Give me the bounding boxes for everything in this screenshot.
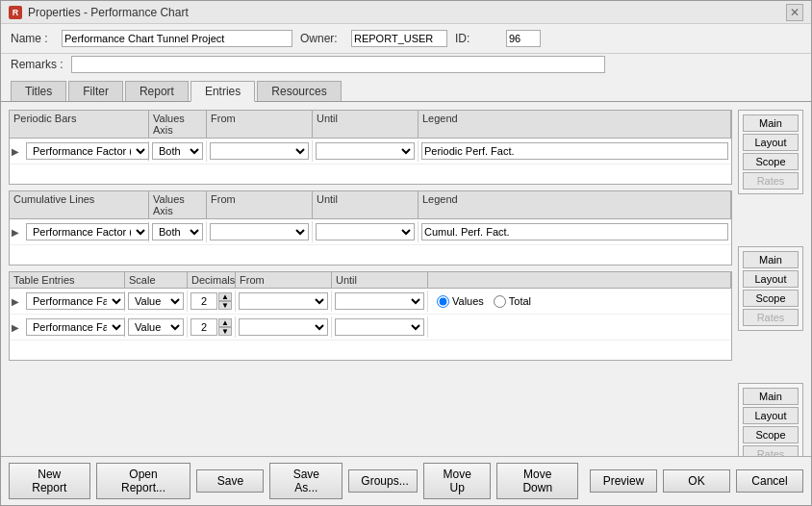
table-decimals-input-1[interactable] bbox=[190, 318, 217, 336]
table-decimals-input-0[interactable] bbox=[190, 292, 217, 310]
periodic-main-btn[interactable]: Main bbox=[743, 114, 799, 132]
periodic-values-axis-select[interactable]: Both bbox=[152, 142, 203, 160]
tab-entries[interactable]: Entries bbox=[190, 81, 255, 102]
save-button[interactable]: Save bbox=[196, 469, 264, 493]
table-spinner-up-0[interactable]: ▲ bbox=[218, 292, 232, 301]
table-spinner-down-1[interactable]: ▼ bbox=[218, 327, 232, 336]
table-rates-btn: Rates bbox=[743, 445, 799, 456]
table-spinner-up-1[interactable]: ▲ bbox=[218, 318, 232, 327]
radio-total-label[interactable]: Total bbox=[494, 295, 531, 308]
tab-titles[interactable]: Titles bbox=[11, 81, 66, 101]
tab-report[interactable]: Report bbox=[125, 81, 189, 101]
cumul-name-select[interactable]: Performance Factor ( bbox=[26, 223, 149, 240]
table-radio-cell-0: Values Total bbox=[428, 291, 731, 312]
close-button[interactable]: ✕ bbox=[786, 4, 803, 21]
table-scale-header: Scale bbox=[125, 272, 188, 288]
periodic-layout-btn[interactable]: Layout bbox=[743, 134, 799, 151]
periodic-rates-btn: Rates bbox=[743, 172, 799, 190]
table-until-select-1[interactable] bbox=[335, 318, 424, 336]
cumul-row-arrow[interactable]: ▶ bbox=[10, 227, 23, 238]
table-from-select-1[interactable] bbox=[239, 318, 328, 336]
table-main-btn[interactable]: Main bbox=[743, 388, 799, 405]
table-scale-cell-0: Value bbox=[125, 291, 188, 312]
side-panel: Main Layout Scope Rates Main Layout Scop… bbox=[738, 110, 803, 448]
app-icon: R bbox=[9, 6, 22, 19]
periodic-from-select[interactable] bbox=[210, 142, 309, 160]
table-scale-cell-1: Value bbox=[125, 316, 188, 338]
table-spinner-btns-1: ▲ ▼ bbox=[218, 318, 232, 336]
radio-values-label[interactable]: Values bbox=[437, 295, 484, 308]
form-name-row: Name : Owner: ID: bbox=[1, 24, 811, 54]
cumul-name-cell: Performance Factor ( bbox=[23, 221, 149, 242]
cumul-until-select[interactable] bbox=[316, 223, 415, 240]
radio-values-input[interactable] bbox=[437, 295, 449, 308]
cumul-from-header: From bbox=[207, 191, 313, 218]
cumul-layout-btn[interactable]: Layout bbox=[743, 270, 799, 288]
remarks-input[interactable] bbox=[71, 56, 605, 73]
cumul-scope-btn[interactable]: Scope bbox=[743, 290, 799, 307]
table-entries-header: Table Entries Scale Decimals From Until bbox=[10, 272, 731, 289]
groups-button[interactable]: Groups... bbox=[348, 469, 418, 493]
periodic-bars-col-title: Periodic Bars bbox=[10, 111, 149, 138]
main-window: R Properties - Performance Chart ✕ Name … bbox=[0, 0, 812, 506]
table-scale-select-0[interactable]: Value bbox=[128, 292, 184, 310]
cumul-title: Cumulative Lines bbox=[10, 191, 149, 218]
periodic-until-select[interactable] bbox=[316, 142, 415, 160]
main-content: Periodic Bars Values Axis From Until Leg… bbox=[9, 110, 732, 448]
cumul-values-axis-header: Values Axis bbox=[149, 191, 207, 218]
table-scale-select-1[interactable]: Value bbox=[128, 318, 184, 336]
cumul-values-axis-select[interactable]: Both bbox=[152, 223, 203, 240]
table-row-arrow-0[interactable]: ▶ bbox=[10, 296, 23, 307]
cumul-main-btn[interactable]: Main bbox=[743, 251, 799, 268]
preview-button[interactable]: Preview bbox=[590, 469, 657, 493]
table-until-header: Until bbox=[332, 272, 428, 288]
tab-resources[interactable]: Resources bbox=[257, 81, 341, 101]
table-decimals-cell-1: ▲ ▼ bbox=[188, 316, 236, 338]
open-report-button[interactable]: Open Report... bbox=[96, 463, 191, 499]
ok-button[interactable]: OK bbox=[663, 469, 730, 493]
table-name-select-0[interactable]: Performance Factor ( bbox=[26, 292, 125, 310]
cumulative-lines-panel: Cumulative Lines Values Axis From Until … bbox=[9, 190, 732, 266]
id-input[interactable] bbox=[506, 30, 541, 47]
table-layout-btn[interactable]: Layout bbox=[743, 407, 799, 424]
table-until-cell-0 bbox=[332, 291, 428, 312]
move-up-button[interactable]: Move Up bbox=[423, 463, 491, 499]
title-bar-left: R Properties - Performance Chart bbox=[9, 6, 189, 19]
table-row-1: ▶ Performance Factor ( Value bbox=[10, 315, 731, 341]
owner-input[interactable] bbox=[351, 30, 447, 47]
table-row-arrow-1[interactable]: ▶ bbox=[10, 322, 23, 333]
periodic-scope-btn[interactable]: Scope bbox=[743, 153, 799, 170]
periodic-legend-cell bbox=[419, 140, 731, 162]
name-input[interactable] bbox=[62, 30, 292, 47]
table-from-header: From bbox=[236, 272, 332, 288]
table-scope-btn[interactable]: Scope bbox=[743, 426, 799, 443]
tab-filter[interactable]: Filter bbox=[68, 81, 123, 101]
save-as-button[interactable]: Save As... bbox=[269, 463, 343, 499]
name-label: Name : bbox=[11, 32, 54, 45]
periodic-legend-input[interactable] bbox=[421, 142, 728, 160]
periodic-row-0: ▶ Performance Factor ( Both bbox=[10, 139, 731, 164]
table-until-select-0[interactable] bbox=[335, 292, 424, 310]
cancel-button[interactable]: Cancel bbox=[736, 469, 803, 493]
move-down-button[interactable]: Move Down bbox=[496, 463, 578, 499]
table-name-select-1[interactable]: Performance Factor ( bbox=[26, 318, 125, 336]
periodic-until-cell bbox=[313, 140, 419, 162]
cumul-legend-input[interactable] bbox=[421, 223, 728, 240]
radio-group-0: Values Total bbox=[431, 295, 537, 308]
table-spinner-down-0[interactable]: ▼ bbox=[218, 301, 232, 310]
periodic-row-arrow[interactable]: ▶ bbox=[10, 146, 23, 157]
periodic-side-section: Main Layout Scope Rates bbox=[738, 110, 803, 194]
radio-total-input[interactable] bbox=[494, 295, 506, 308]
periodic-bars-header: Periodic Bars Values Axis From Until Leg… bbox=[10, 111, 731, 139]
new-report-button[interactable]: New Report bbox=[9, 463, 90, 499]
periodic-from-cell bbox=[207, 140, 313, 162]
table-radio-header bbox=[428, 272, 731, 288]
table-decimals-cell-0: ▲ ▼ bbox=[188, 291, 236, 312]
tabs-bar: Titles Filter Report Entries Resources bbox=[1, 77, 811, 102]
cumul-from-cell bbox=[207, 221, 313, 242]
table-from-select-0[interactable] bbox=[239, 292, 328, 310]
table-side-section: Main Layout Scope Rates bbox=[738, 383, 803, 456]
cumul-from-select[interactable] bbox=[210, 223, 309, 240]
remarks-row: Remarks : bbox=[1, 54, 811, 77]
periodic-name-select[interactable]: Performance Factor ( bbox=[26, 142, 149, 160]
